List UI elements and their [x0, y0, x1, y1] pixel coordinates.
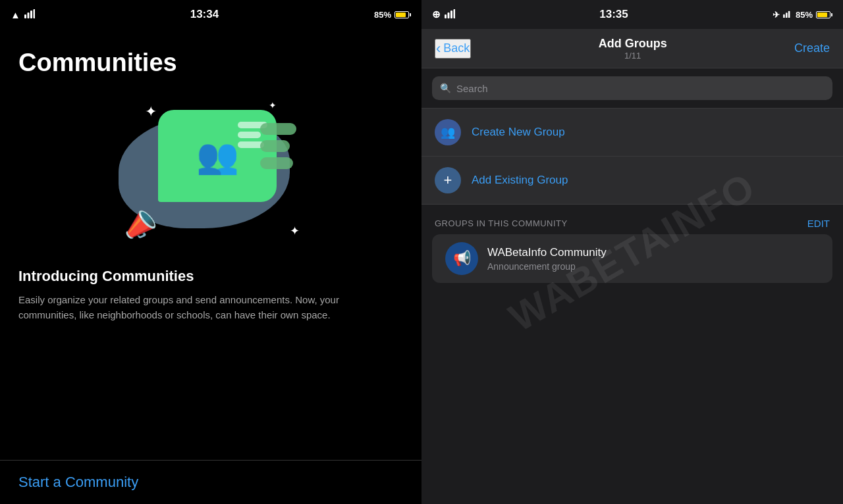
right-panel: WABETAINFO ⊕ 13:35 ✈	[422, 0, 843, 504]
intro-desc: Easily organize your related groups and …	[18, 293, 374, 322]
status-left-icons: ▲	[11, 9, 35, 20]
battery-icon-right	[816, 11, 832, 18]
groups-section-header: GROUPS IN THIS COMMUNITY EDIT	[422, 205, 843, 234]
status-time-right: 13:35	[599, 8, 628, 21]
create-button[interactable]: Create	[794, 41, 830, 55]
create-group-icon: 👥	[435, 119, 461, 145]
groups-header-label: GROUPS IN THIS COMMUNITY	[435, 218, 568, 228]
group-avatar: 📢	[445, 242, 478, 275]
location-icon: ⊕	[432, 9, 441, 20]
wifi-icon-right	[445, 9, 455, 20]
group-info: WABetaInfo Community Announcement group	[487, 246, 819, 272]
communities-illustration: 👥 📣 ✦ ✦ ✦	[105, 97, 316, 248]
svg-rect-6	[450, 11, 452, 18]
status-bar-left: ▲ 13:34 85%	[0, 0, 422, 29]
battery-percent-right: 85%	[796, 10, 813, 20]
back-label: Back	[443, 41, 470, 55]
back-button[interactable]: ‹ Back	[435, 39, 471, 59]
search-placeholder: Search	[456, 83, 488, 94]
chat-green: 👥	[158, 110, 277, 202]
svg-rect-9	[786, 13, 788, 18]
nav-title: Add Groups	[599, 37, 667, 51]
svg-rect-3	[33, 9, 35, 18]
search-icon: 🔍	[440, 83, 451, 93]
svg-rect-10	[788, 11, 790, 17]
communities-title: Communities	[18, 49, 403, 77]
wifi-icon-right2	[783, 10, 792, 20]
left-content: Communities 👥 📣	[0, 29, 422, 460]
group-name: WABetaInfo Community	[487, 246, 819, 259]
battery-icon-left	[394, 11, 411, 18]
people-icon: 👥	[196, 136, 239, 176]
people-icon: 👥	[441, 125, 455, 139]
status-time-left: 13:34	[190, 8, 219, 21]
svg-rect-5	[448, 13, 450, 18]
svg-rect-4	[445, 14, 447, 18]
battery-percent-left: 85%	[374, 10, 391, 20]
airplane-icon: ✈	[773, 10, 780, 20]
sparkle-icon-1: ✦	[145, 103, 157, 120]
search-bar[interactable]: 🔍 Search	[432, 76, 832, 100]
plus-icon: +	[444, 172, 452, 189]
add-existing-group-label: Add Existing Group	[472, 174, 568, 187]
create-new-group-item[interactable]: 👥 Create New Group	[422, 109, 843, 157]
add-existing-group-item[interactable]: + Add Existing Group	[422, 157, 843, 204]
search-area: 🔍 Search	[422, 68, 843, 108]
group-subtitle: Announcement group	[487, 261, 819, 272]
signal-icon	[24, 9, 35, 20]
svg-rect-8	[783, 14, 785, 17]
add-group-icon: +	[435, 167, 461, 193]
svg-rect-2	[30, 11, 32, 18]
left-panel: ▲ 13:34 85% Communities	[0, 0, 422, 504]
intro-title: Introducing Communities	[18, 268, 403, 285]
edit-groups-button[interactable]: EDIT	[807, 218, 830, 229]
sparkle-icon-3: ✦	[290, 224, 300, 238]
group-item-wabetainfo[interactable]: 📢 WABetaInfo Community Announcement grou…	[432, 234, 832, 283]
svg-rect-7	[454, 9, 456, 18]
svg-rect-1	[27, 13, 29, 18]
megaphone-group-icon: 📢	[453, 250, 471, 267]
status-right-right: ✈ 85%	[773, 10, 832, 20]
status-right-left: 85%	[374, 10, 411, 20]
chat-bubbles	[260, 123, 296, 169]
svg-rect-0	[24, 14, 26, 18]
wifi-icon: ▲	[11, 9, 20, 20]
chevron-left-icon: ‹	[436, 40, 441, 57]
sparkle-icon-2: ✦	[269, 100, 277, 111]
status-right-left-icons: ⊕	[432, 9, 455, 20]
start-community-button[interactable]: Start a Community	[0, 461, 422, 504]
status-bar-right: ⊕ 13:35 ✈ 85%	[422, 0, 843, 29]
nav-subtitle: 1/11	[599, 51, 667, 61]
create-new-group-label: Create New Group	[472, 126, 565, 139]
navigation-bar: ‹ Back Add Groups 1/11 Create	[422, 29, 843, 68]
actions-section: 👥 Create New Group + Add Existing Group	[422, 108, 843, 205]
nav-title-group: Add Groups 1/11	[599, 37, 667, 61]
